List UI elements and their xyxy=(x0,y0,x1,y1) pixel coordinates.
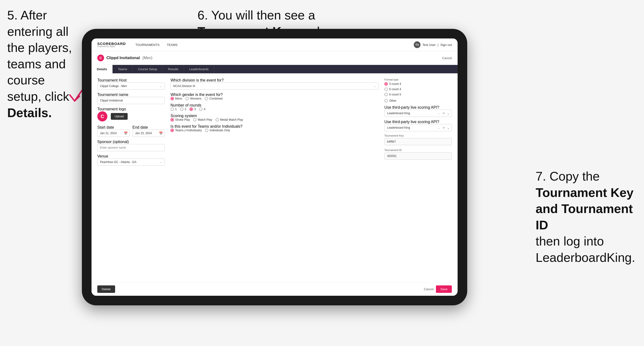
tournament-logo-field: Tournament logo C Upload xyxy=(97,107,165,121)
date-row: Start date 📅 End date 📅 xyxy=(97,125,165,137)
format-other[interactable]: Other xyxy=(384,99,452,102)
api1-clear-button[interactable]: ✕ xyxy=(442,112,445,115)
cancel-button[interactable]: Cancel xyxy=(442,56,452,60)
gender-womens[interactable]: Womens xyxy=(186,97,201,100)
teams-field: Is this event for Teams and/or Individua… xyxy=(170,124,378,132)
individuals-only[interactable]: Individuals Only xyxy=(205,129,230,132)
api2-clear-button[interactable]: ✕ xyxy=(442,126,445,130)
scoring-match-play[interactable]: Match Play xyxy=(193,118,212,121)
brand-sub: Powered by clippd xyxy=(97,45,126,48)
rounds-2[interactable]: 2 xyxy=(180,108,186,111)
scoring-label: Scoring system xyxy=(170,114,197,118)
tournament-logo-label: Tournament logo xyxy=(97,107,126,111)
tablet-frame: SCOREBOARD Powered by clippd TOURNAMENTS… xyxy=(82,29,467,305)
radio-5count4-dot xyxy=(384,82,388,86)
rounds-field: Number of rounds 1 2 3 xyxy=(170,103,378,111)
format-options: 5 count 4 6 count 4 6 count 5 xyxy=(384,82,452,96)
delete-button[interactable]: Delete xyxy=(97,285,115,293)
teams-plus-individuals[interactable]: Teams (+Individuals) xyxy=(170,129,202,132)
tab-teams[interactable]: Teams xyxy=(113,65,133,73)
format-5count4[interactable]: 5 count 4 xyxy=(384,82,452,86)
teams-radio-group: Teams (+Individuals) Individuals Only xyxy=(170,129,378,132)
api1-value: Leaderboard King xyxy=(387,112,410,115)
radio-individuals-dot xyxy=(205,129,208,132)
sponsor-field: Sponsor (optional) xyxy=(97,140,165,151)
nav-teams[interactable]: TEAMS xyxy=(167,43,178,47)
tournament-host-select[interactable]: Clippd College - Men xyxy=(97,82,165,90)
format-field: Format type 5 count 4 6 count 4 6 cou xyxy=(384,78,452,102)
venue-value: Peachtree GC - Atlanta - GA xyxy=(100,160,136,164)
rounds-4[interactable]: 4 xyxy=(199,108,206,111)
api1-select[interactable]: Leaderboard King xyxy=(384,110,452,117)
nav-tournaments[interactable]: TOURNAMENTS xyxy=(135,43,160,47)
radio-4-dot xyxy=(199,108,202,111)
tab-leaderboards[interactable]: Leaderboards xyxy=(184,65,214,73)
radio-combined-dot xyxy=(205,97,208,100)
logo-preview: C xyxy=(97,111,108,121)
page-title: Clippd Invitational (Men) xyxy=(106,56,152,60)
format-6count5[interactable]: 6 count 5 xyxy=(384,93,452,96)
end-date-field: End date 📅 xyxy=(132,125,165,137)
rounds-label: Number of rounds xyxy=(170,103,201,107)
top-nav: SCOREBOARD Powered by clippd TOURNAMENTS… xyxy=(92,38,458,51)
radio-6count4-dot xyxy=(384,88,388,91)
tournament-id-field: Tournament ID 302051 xyxy=(384,149,452,160)
tabs-bar: Details Teams Course Setup Results Leade… xyxy=(92,65,458,73)
annotation-bottom-right: 7. Copy the Tournament Key and Tournamen… xyxy=(536,168,637,266)
radio-mens-dot xyxy=(170,97,174,100)
scoring-stroke-play[interactable]: Stroke Play xyxy=(170,118,190,121)
tournament-id-label: Tournament ID xyxy=(384,149,452,152)
calendar-icon-end: 📅 xyxy=(159,132,163,135)
page-title-subtitle: (Men) xyxy=(142,56,152,60)
gender-combined[interactable]: Combined xyxy=(205,97,222,100)
rounds-3[interactable]: 3 xyxy=(190,108,196,111)
radio-teams-dot xyxy=(170,129,174,132)
sign-out-link[interactable]: Sign out xyxy=(440,43,452,47)
scoring-medal-match[interactable]: Medal Match Play xyxy=(216,118,243,121)
tab-results[interactable]: Results xyxy=(162,65,184,73)
radio-1-dot xyxy=(170,108,174,111)
tournament-name-label: Tournament name xyxy=(97,93,128,97)
tournament-name-input[interactable] xyxy=(97,97,165,104)
annotation-right-normal1: 6. You will then see a xyxy=(198,8,315,22)
format-6count4[interactable]: 6 count 4 xyxy=(384,88,452,91)
upload-button[interactable]: Upload xyxy=(111,113,128,120)
tournament-key-value: b4f6b7 xyxy=(384,138,452,145)
rounds-1[interactable]: 1 xyxy=(170,108,177,111)
api2-label: Use third-party live scoring API? xyxy=(384,120,439,124)
tournament-key-field: Tournament Key b4f6b7 xyxy=(384,134,452,145)
tab-course-setup[interactable]: Course Setup xyxy=(133,65,163,73)
api2-select[interactable]: Leaderboard King xyxy=(384,124,452,131)
api2-wrap: Leaderboard King ✕ xyxy=(384,124,452,131)
brand: SCOREBOARD Powered by clippd xyxy=(97,42,126,48)
save-button[interactable]: Save xyxy=(436,285,452,293)
tablet-screen: SCOREBOARD Powered by clippd TOURNAMENTS… xyxy=(92,38,458,296)
radio-3-dot xyxy=(190,108,193,111)
user-name: Test User xyxy=(422,43,436,47)
radio-stroke-dot xyxy=(170,118,174,121)
footer-cancel-button[interactable]: Cancel xyxy=(424,287,434,291)
scoring-radio-group: Stroke Play Match Play Medal Match Play xyxy=(170,118,378,121)
brand-name: SCOREBOARD xyxy=(97,42,126,45)
radio-medal-dot xyxy=(216,118,219,121)
calendar-icon: 📅 xyxy=(124,132,128,135)
division-label: Which division is the event for? xyxy=(170,78,224,82)
venue-label: Venue xyxy=(97,154,108,158)
gender-radio-group: Mens Womens Combined xyxy=(170,97,378,100)
division-field: Which division is the event for? NCAA Di… xyxy=(170,78,378,90)
start-date-wrap: 📅 xyxy=(97,130,130,137)
venue-select[interactable]: Peachtree GC - Atlanta - GA xyxy=(97,159,165,166)
nav-separator: | xyxy=(438,43,438,47)
right-column: Format type 5 count 4 6 count 4 6 cou xyxy=(384,78,452,277)
gender-label: Which gender is the event for? xyxy=(170,93,223,97)
api1-wrap: Leaderboard King ✕ xyxy=(384,110,452,117)
sponsor-input[interactable] xyxy=(97,144,165,151)
gender-mens[interactable]: Mens xyxy=(170,97,182,100)
division-select[interactable]: NCAA Division III xyxy=(170,82,378,90)
end-date-wrap: 📅 xyxy=(132,130,165,137)
tournament-name-field: Tournament name xyxy=(97,93,165,104)
api2-field: Use third-party live scoring API? Leader… xyxy=(384,120,452,131)
tab-details[interactable]: Details xyxy=(92,65,113,73)
sponsor-label: Sponsor (optional) xyxy=(97,140,129,144)
radio-6count5-dot xyxy=(384,93,388,96)
